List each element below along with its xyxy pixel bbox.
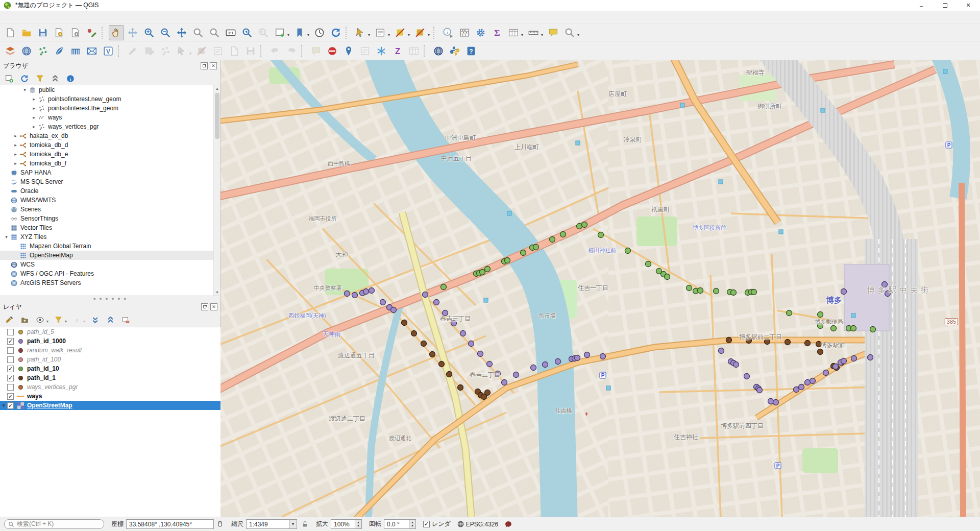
browser-item-Mapzen Global Terrain[interactable]: Mapzen Global Terrain xyxy=(0,242,220,251)
scroll-thumb[interactable] xyxy=(215,93,219,139)
magnifier-spinbox[interactable]: 100% ▲▼ xyxy=(331,519,362,529)
rotation-value[interactable]: 0.0 ° xyxy=(384,519,409,529)
browser-item-WCS[interactable]: WCS xyxy=(0,260,220,269)
scale-combobox[interactable]: 1:4349 ▼ xyxy=(246,519,297,529)
browser-item-ways[interactable]: ▸ ways xyxy=(0,113,220,122)
remove-layer-button[interactable] xyxy=(119,313,132,326)
pan-to-selection-button[interactable] xyxy=(125,25,140,40)
dropdown-icon[interactable]: ▾ xyxy=(388,33,390,37)
panel-splitter[interactable]: ● ● ● ● ● ● xyxy=(0,296,220,301)
dropdown-icon[interactable]: ▾ xyxy=(541,33,543,37)
crs-globe-icon[interactable] xyxy=(457,520,464,528)
browser-item-ways_vertices_pgr[interactable]: ▸ ways_vertices_pgr xyxy=(0,122,220,131)
zoom-to-layer-button[interactable] xyxy=(207,25,222,40)
add-selected-layer-button[interactable] xyxy=(3,73,15,85)
python-console-button[interactable] xyxy=(447,43,462,59)
browser-item-OpenStreetMap[interactable]: OpenStreetMap xyxy=(0,251,220,260)
add-wms-layer-button[interactable] xyxy=(19,43,34,59)
locator-search-input[interactable]: 検索(Ctrl + K) xyxy=(4,519,104,529)
menu-item-プロセシング(C)[interactable] xyxy=(104,16,113,19)
processing-toolbox-button[interactable] xyxy=(473,25,488,40)
browser-item-hakata_ex_db[interactable]: ▸ hakata_ex_db xyxy=(0,131,220,140)
select-features-button[interactable]: ▾ xyxy=(353,25,368,40)
temporal-controller-button[interactable] xyxy=(312,25,327,40)
dropdown-icon[interactable]: ▾ xyxy=(577,33,579,37)
layer-labeling-button[interactable] xyxy=(341,43,356,59)
dropdown-icon[interactable]: ▾ xyxy=(189,51,191,56)
menu-item-ベクタ(O)[interactable] xyxy=(58,16,67,19)
rotation-spinbox[interactable]: 0.0 ° ▲▼ xyxy=(384,519,416,529)
label-toolbar-extra-button[interactable] xyxy=(357,43,373,59)
add-group-button[interactable] xyxy=(18,313,31,326)
filter-by-expression-button[interactable]: ▾ xyxy=(70,313,83,326)
paste-features-button[interactable] xyxy=(243,43,258,59)
menu-item-ヘルプ(H)[interactable] xyxy=(113,16,122,19)
delete-selected-button[interactable] xyxy=(194,43,209,59)
browser-item-pointsofinterest.new_geom[interactable]: ▸ pointsofinterest.new_geom xyxy=(0,94,220,104)
layer-item-path_id_10[interactable]: ✓ path_id_10 xyxy=(0,364,220,373)
show-sum-statistics-button[interactable] xyxy=(489,25,505,40)
layers-float-button[interactable] xyxy=(201,303,208,310)
browser-item-XYZ Tiles[interactable]: ▾ XYZ Tiles xyxy=(0,232,220,242)
expand-arrow-icon[interactable]: ▸ xyxy=(31,115,37,120)
properties-widget-button[interactable] xyxy=(64,73,77,85)
browser-item-Scenes[interactable]: Scenes xyxy=(0,205,220,214)
expand-all-layers-button[interactable] xyxy=(89,313,101,326)
dropdown-icon[interactable]: ▾ xyxy=(287,33,289,37)
layer-checkbox[interactable] xyxy=(7,384,14,391)
expand-arrow-icon[interactable]: ▸ xyxy=(12,133,19,138)
browser-item-SAP HANA[interactable]: SAP HANA xyxy=(0,168,220,177)
menu-item-編集(E)[interactable] xyxy=(12,16,21,19)
dropdown-icon[interactable]: ▾ xyxy=(307,33,309,37)
new-project-button[interactable] xyxy=(3,25,18,40)
redo-button[interactable] xyxy=(284,43,299,59)
save-layer-edits-button[interactable] xyxy=(141,43,157,59)
browser-item-public[interactable]: ▾ public xyxy=(0,85,220,94)
layout-extra-button[interactable] xyxy=(406,43,422,59)
expand-arrow-icon[interactable]: ▾ xyxy=(21,87,28,92)
layout-manager-button[interactable] xyxy=(84,25,100,40)
layer-checkbox[interactable] xyxy=(7,356,14,363)
layer-expand-icon[interactable]: ▾ xyxy=(0,403,7,408)
scroll-up-icon[interactable]: ▲ xyxy=(214,85,220,92)
layer-checkbox[interactable] xyxy=(7,329,14,335)
browser-item-WFS / OGC API - Features[interactable]: WFS / OGC API - Features xyxy=(0,269,220,278)
layer-item-ways_vertices_pgr[interactable]: ways_vertices_pgr xyxy=(0,382,220,392)
expand-arrow-icon[interactable]: ▸ xyxy=(12,161,19,166)
layer-checkbox[interactable]: ✓ xyxy=(7,402,14,409)
layer-checkbox[interactable] xyxy=(7,347,14,354)
dropdown-icon[interactable]: ▾ xyxy=(428,33,430,37)
browser-float-button[interactable] xyxy=(201,62,208,69)
open-layer-styling-button[interactable] xyxy=(3,313,15,326)
browser-item-tomioka_db_e[interactable]: ▸ tomioka_db_e xyxy=(0,150,220,159)
browser-item-tomioka_db_d[interactable]: ▸ tomioka_db_d xyxy=(0,140,220,150)
menu-item-プラグイン(P)[interactable] xyxy=(49,16,58,19)
labeling-no-labels-button[interactable] xyxy=(325,43,340,59)
bookmarks-button[interactable]: ▾ xyxy=(292,25,307,40)
style-manager-button[interactable] xyxy=(52,25,67,40)
expand-arrow-icon[interactable]: ▸ xyxy=(31,106,37,111)
new-geopackage-layer-button[interactable] xyxy=(35,43,51,59)
menu-item-データベース(D)[interactable] xyxy=(77,16,86,19)
select-by-expression-button[interactable]: ▾ xyxy=(412,25,428,40)
measure-button[interactable]: ▾ xyxy=(526,25,541,40)
layer-item-ways[interactable]: ✓ ways xyxy=(0,392,220,401)
collapse-all-layers-button[interactable] xyxy=(104,313,116,326)
zoom-last-button[interactable] xyxy=(239,25,255,40)
menu-item-ラスタ(R)[interactable] xyxy=(67,16,77,19)
magnifier-value[interactable]: 100% xyxy=(331,519,355,529)
cut-features-button[interactable] xyxy=(210,43,226,59)
layer-item-OpenStreetMap[interactable]: ▾ ✓ OpenStreetMap xyxy=(0,401,220,410)
toggle-editing-button[interactable] xyxy=(125,43,140,59)
decorations-button[interactable] xyxy=(374,43,389,59)
map-canvas[interactable]: 西中島橋中洲中島町中洲五丁目上川端町冷泉町店屋町御供所町聖福寺祇園町櫛田神社前博… xyxy=(220,60,980,517)
dropdown-icon[interactable]: ▾ xyxy=(521,33,523,37)
zoom-native-button[interactable] xyxy=(223,25,238,40)
save-project-button[interactable] xyxy=(35,25,51,40)
open-attribute-table-button[interactable]: ▾ xyxy=(506,25,521,40)
help-contents-button[interactable] xyxy=(463,43,479,59)
layer-item-path_id_1[interactable]: ✓ path_id_1 xyxy=(0,373,220,382)
close-button[interactable]: ✕ xyxy=(957,0,980,11)
layer-item-path_id_5[interactable]: path_id_5 xyxy=(0,327,220,336)
menu-item-設定(S)[interactable] xyxy=(40,16,49,19)
